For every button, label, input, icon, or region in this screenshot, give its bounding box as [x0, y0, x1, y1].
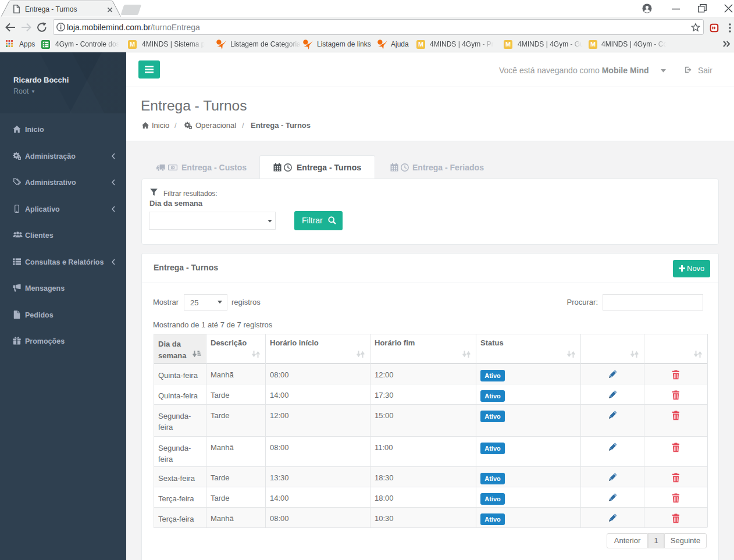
- svg-text:M: M: [130, 41, 135, 48]
- svg-text:M: M: [505, 41, 511, 48]
- svg-text:M: M: [590, 41, 596, 48]
- svg-text:M: M: [418, 41, 423, 48]
